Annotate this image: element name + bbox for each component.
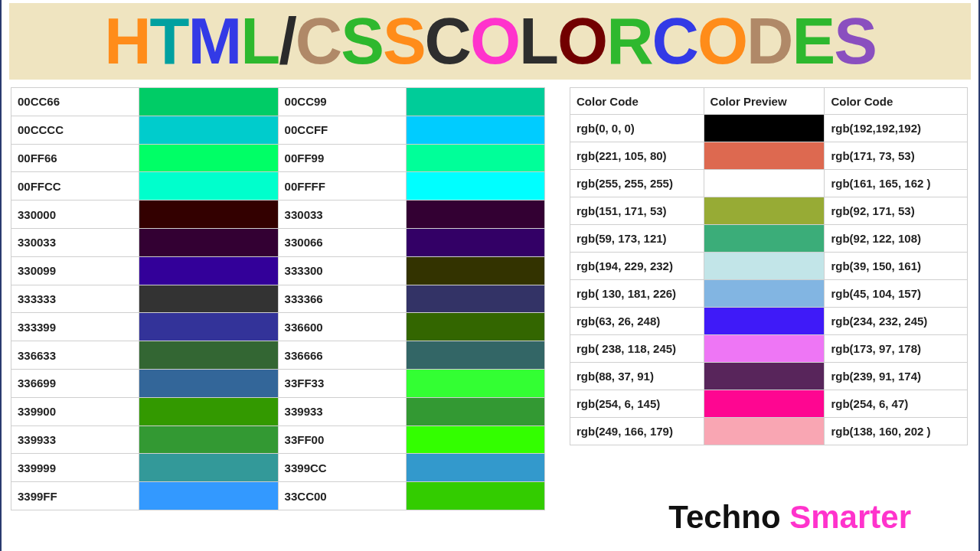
rgb-code-cell: rgb(161, 165, 162 ) xyxy=(825,170,968,197)
hex-code-cell: 33FF33 xyxy=(278,369,406,397)
header-color-code-right: Color Code xyxy=(825,88,968,115)
header-color-preview: Color Preview xyxy=(704,88,825,115)
hex-swatch xyxy=(139,369,278,397)
rgb-swatch xyxy=(704,418,825,445)
header-color-code-left: Color Code xyxy=(570,88,704,115)
rgb-header-row: Color Code Color Preview Color Code xyxy=(570,88,968,115)
table-row: rgb( 238, 118, 245)rgb(173, 97, 178) xyxy=(570,335,968,363)
hex-code-cell: 33FF00 xyxy=(278,425,406,454)
rgb-code-cell: rgb( 130, 181, 226) xyxy=(570,280,704,308)
rgb-code-cell: rgb(92, 171, 53) xyxy=(825,197,968,225)
hex-swatch xyxy=(406,425,544,454)
hex-code-cell: 336699 xyxy=(11,369,139,397)
table-row: 333333333366 xyxy=(11,285,545,313)
title-letter: S xyxy=(383,4,425,79)
rgb-code-cell: rgb(0, 0, 0) xyxy=(570,115,704,142)
rgb-code-cell: rgb(63, 26, 248) xyxy=(570,308,704,335)
rgb-swatch xyxy=(704,197,825,225)
title-letter: C xyxy=(652,4,697,79)
hex-code-cell: 00FF66 xyxy=(11,144,139,172)
rgb-swatch xyxy=(704,225,825,253)
hex-code-cell: 330033 xyxy=(278,201,406,229)
title-letter: C xyxy=(425,4,470,79)
hex-code-cell: 00FFCC xyxy=(11,172,139,201)
table-row: rgb(63, 26, 248)rgb(234, 232, 245) xyxy=(570,308,968,335)
hex-swatch xyxy=(139,482,278,510)
rgb-swatch xyxy=(704,308,825,335)
hex-swatch xyxy=(139,454,278,482)
rgb-code-cell: rgb( 238, 118, 245) xyxy=(570,335,704,363)
hex-swatch xyxy=(406,313,544,341)
title-letter: L xyxy=(240,4,279,79)
rgb-code-cell: rgb(249, 166, 179) xyxy=(570,418,704,445)
hex-code-cell: 00CC66 xyxy=(11,88,139,116)
hex-swatch xyxy=(139,116,278,144)
table-row: rgb(151, 171, 53)rgb(92, 171, 53) xyxy=(570,197,968,225)
rgb-code-cell: rgb(151, 171, 53) xyxy=(570,197,704,225)
brand-word-1: Techno xyxy=(668,499,789,535)
table-row: 330099333300 xyxy=(11,256,545,285)
hex-code-cell: 3399CC xyxy=(278,454,406,482)
hex-swatch xyxy=(406,285,544,313)
table-row: 00CC6600CC99 xyxy=(11,88,545,116)
hex-swatch xyxy=(406,228,544,256)
title-letter: O xyxy=(697,4,746,79)
title-letter: / xyxy=(279,4,296,79)
hex-code-cell: 33CC00 xyxy=(278,482,406,510)
table-row: rgb(221, 105, 80)rgb(171, 73, 53) xyxy=(570,142,968,170)
hex-swatch xyxy=(406,201,544,229)
table-row: 339900339933 xyxy=(11,397,545,425)
rgb-color-table: Color Code Color Preview Color Code rgb(… xyxy=(570,87,968,445)
rgb-code-cell: rgb(239, 91, 174) xyxy=(825,363,968,390)
rgb-swatch xyxy=(704,390,825,418)
rgb-code-cell: rgb(194, 229, 232) xyxy=(570,253,704,280)
rgb-swatch xyxy=(704,115,825,142)
table-row: 333399336600 xyxy=(11,313,545,341)
table-row: 33669933FF33 xyxy=(11,369,545,397)
hex-code-cell: 330000 xyxy=(11,201,139,229)
table-row: 330000330033 xyxy=(11,201,545,229)
table-row: 33993333FF00 xyxy=(11,425,545,454)
hex-code-cell: 00FF99 xyxy=(278,144,406,172)
rgb-swatch xyxy=(704,363,825,390)
hex-code-cell: 333333 xyxy=(11,285,139,313)
title-letter: H xyxy=(104,4,149,79)
hex-swatch xyxy=(139,144,278,172)
hex-code-cell: 336666 xyxy=(278,341,406,370)
table-row: 00FF6600FF99 xyxy=(11,144,545,172)
title-letter: E xyxy=(792,4,834,79)
hex-color-table: 00CC6600CC9900CCCC00CCFF00FF6600FF9900FF… xyxy=(11,87,545,510)
hex-code-cell: 339900 xyxy=(11,397,139,425)
rgb-swatch xyxy=(704,335,825,363)
rgb-code-cell: rgb(254, 6, 145) xyxy=(570,390,704,418)
table-row: rgb(254, 6, 145)rgb(254, 6, 47) xyxy=(570,390,968,418)
rgb-code-cell: rgb(92, 122, 108) xyxy=(825,225,968,253)
rgb-code-cell: rgb(254, 6, 47) xyxy=(825,390,968,418)
hex-swatch xyxy=(406,172,544,201)
hex-code-cell: 339999 xyxy=(11,454,139,482)
hex-swatch xyxy=(139,172,278,201)
rgb-code-cell: rgb(39, 150, 161) xyxy=(825,253,968,280)
hex-swatch xyxy=(139,313,278,341)
title-letter: R xyxy=(606,4,652,79)
title-letter: O xyxy=(470,4,519,79)
hex-swatch xyxy=(406,369,544,397)
rgb-code-cell: rgb(192,192,192) xyxy=(825,115,968,142)
brand-footer: Techno Smarter xyxy=(668,499,911,536)
hex-code-cell: 3399FF xyxy=(11,482,139,510)
rgb-code-cell: rgb(59, 173, 121) xyxy=(570,225,704,253)
hex-swatch xyxy=(406,256,544,285)
table-row: rgb( 130, 181, 226)rgb(45, 104, 157) xyxy=(570,280,968,308)
hex-code-cell: 339933 xyxy=(278,397,406,425)
rgb-code-cell: rgb(234, 232, 245) xyxy=(825,308,968,335)
title-letter: S xyxy=(834,4,876,79)
hex-code-cell: 333366 xyxy=(278,285,406,313)
hex-swatch xyxy=(406,88,544,116)
hex-code-cell: 339933 xyxy=(11,425,139,454)
hex-swatch xyxy=(406,144,544,172)
hex-swatch xyxy=(139,201,278,229)
hex-code-cell: 00FFFF xyxy=(278,172,406,201)
table-row: 330033330066 xyxy=(11,228,545,256)
hex-swatch xyxy=(139,425,278,454)
table-row: rgb(255, 255, 255)rgb(161, 165, 162 ) xyxy=(570,170,968,197)
